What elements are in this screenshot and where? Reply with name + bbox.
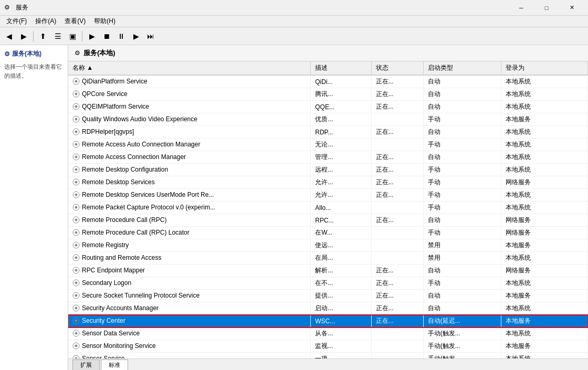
menu-item-h[interactable]: 帮助(H) [90,16,120,27]
service-name: QQEIMPlatform Service [68,101,311,113]
col-header-logon[interactable]: 登录为 [501,61,588,75]
service-logon: 本地系统 [501,252,588,265]
menu-item-f[interactable]: 文件(F) [2,16,31,27]
table-row[interactable]: Quality Windows Audio Video Experience优质… [68,113,588,126]
service-logon: 本地服务 [501,315,588,327]
service-name: Remote Packet Capture Protocol v.0 (expe… [68,202,311,214]
service-logon: 本地系统 [501,88,588,101]
service-name: QPCore Service [68,88,311,101]
pause-service-button[interactable]: ⏸ [114,29,128,43]
table-row[interactable]: Secondary Logon在不...正在...手动本地系统 [68,277,588,290]
title-bar-text: 服务 [16,3,509,12]
table-row[interactable]: Remote Desktop Services允许...正在...手动网络服务 [68,176,588,189]
service-desc: 监视... [311,340,371,353]
service-logon: 本地系统 [501,75,588,88]
menu-item-v[interactable]: 查看(V) [60,16,90,27]
col-header-name[interactable]: 名称 ▲ [68,61,311,75]
forward-button[interactable]: ▶ [17,29,30,43]
table-row[interactable]: Remote Desktop Configuration远程...正在...手动… [68,164,588,176]
table-row[interactable]: QQEIMPlatform ServiceQQE...正在...自动本地系统 [68,101,588,113]
col-header-desc[interactable]: 描述 [311,61,371,75]
table-row[interactable]: Sensor Monitoring Service监视...手动(触发...本地… [68,340,588,353]
service-status [371,139,423,151]
maximize-button[interactable]: □ [534,2,559,14]
service-desc: 提供... [311,290,371,302]
table-row[interactable]: Remote Access Auto Connection Manager无论.… [68,139,588,151]
table-row[interactable]: Security Accounts Manager启动...正在...自动本地系… [68,302,588,315]
service-status: 正在... [371,88,423,101]
resume-service-button[interactable]: ▶ [129,29,143,43]
service-name: QiDianPlatform Service [68,75,311,88]
properties-button[interactable]: ▣ [66,29,79,43]
table-row[interactable]: Remote Procedure Call (RPC)RPC...正在...自动… [68,214,588,227]
service-logon: 本地服务 [501,113,588,126]
table-row[interactable]: Secure Socket Tunneling Protocol Service… [68,290,588,302]
app-icon: ⚙ [4,4,13,12]
minimize-button[interactable]: ─ [509,2,533,14]
service-icon [72,241,80,249]
table-row[interactable]: RDPHelper[qgvps]RDP...正在...自动本地系统 [68,126,588,139]
table-row[interactable]: QiDianPlatform ServiceQiDi...正在...自动本地系统 [68,75,588,88]
table-row[interactable]: Routing and Remote Access在局...禁用本地系统 [68,252,588,265]
service-status: 正在... [371,126,423,139]
table-row[interactable]: RPC Endpoint Mapper解析...正在...自动网络服务 [68,265,588,277]
table-row[interactable]: Sensor Data Service从各...手动(触发...本地系统 [68,327,588,340]
services-table[interactable]: 名称 ▲ 描述 状态 启动类型 登录为 QiDianPlatform Servi… [68,61,588,358]
service-startup: 手动(触发... [423,353,501,359]
toolbar-separator-2 [82,31,82,41]
close-button[interactable]: ✕ [560,2,584,14]
restart-service-button[interactable]: ⏭ [144,29,158,43]
service-startup: 自动 [423,265,501,277]
service-logon: 本地服务 [501,239,588,252]
service-startup: 禁用 [423,239,501,252]
table-row[interactable]: Remote Registry使远...禁用本地服务 [68,239,588,252]
services-header: ⚙ 服务(本地) [68,45,588,61]
service-status [371,113,423,126]
stop-service-button[interactable]: ⏹ [100,29,113,43]
table-row[interactable]: Remote Desktop Services UserMode Port Re… [68,189,588,202]
service-icon [72,279,80,287]
col-header-startup[interactable]: 启动类型 [423,61,501,75]
table-row[interactable]: Security CenterWSC...正在...自动(延迟...本地服务 [68,315,588,327]
col-header-status[interactable]: 状态 [371,61,423,75]
table-row[interactable]: Remote Procedure Call (RPC) Locator在W...… [68,227,588,239]
window-controls: ─ □ ✕ [509,2,584,14]
service-logon: 本地系统 [501,126,588,139]
start-service-button[interactable]: ▶ [85,29,99,43]
service-icon [72,304,80,312]
service-startup: 自动 [423,290,501,302]
service-status: 正在... [371,265,423,277]
service-logon: 本地系统 [501,139,588,151]
tab-standard[interactable]: 标准 [101,360,128,370]
table-row[interactable]: Sensor Service一项...手动(触发...本地系统 [68,353,588,359]
service-desc: 管理... [311,151,371,164]
table-row[interactable]: QPCore Service腾讯...正在...自动本地系统 [68,88,588,101]
table-row[interactable]: Remote Access Connection Manager管理...正在.… [68,151,588,164]
service-desc: 允许... [311,189,371,202]
table-row[interactable]: Remote Packet Capture Protocol v.0 (expe… [68,202,588,214]
service-icon [72,178,80,186]
service-desc: Allo... [311,202,371,214]
services-header-title: 服务(本地) [83,48,116,58]
service-name: RPC Endpoint Mapper [68,265,311,277]
service-icon [72,103,80,110]
service-icon [72,191,80,198]
show-hide-button[interactable]: ☰ [51,29,65,43]
right-panel: ⚙ 服务(本地) 名称 ▲ 描述 状态 启动类型 登录为 QiDianPlatf… [68,45,588,370]
service-name: Remote Registry [68,239,311,252]
service-name: Secure Socket Tunneling Protocol Service [68,290,311,302]
service-icon [72,216,80,224]
up-button[interactable]: ⬆ [36,29,50,43]
service-logon: 本地系统 [501,302,588,315]
bottom-tabs: 扩展 标准 [68,358,588,370]
service-startup: 自动 [423,151,501,164]
service-name: Quality Windows Audio Video Experience [68,113,311,126]
menu-item-a[interactable]: 操作(A) [31,16,60,27]
service-logon: 网络服务 [501,265,588,277]
service-startup: 手动(触发... [423,327,501,340]
service-desc: 允许... [311,176,371,189]
left-panel-title[interactable]: ⚙ 服务(本地) [4,49,64,58]
tab-expand[interactable]: 扩展 [72,360,100,370]
services-header-icon: ⚙ [75,49,80,57]
back-button[interactable]: ◀ [2,29,16,43]
